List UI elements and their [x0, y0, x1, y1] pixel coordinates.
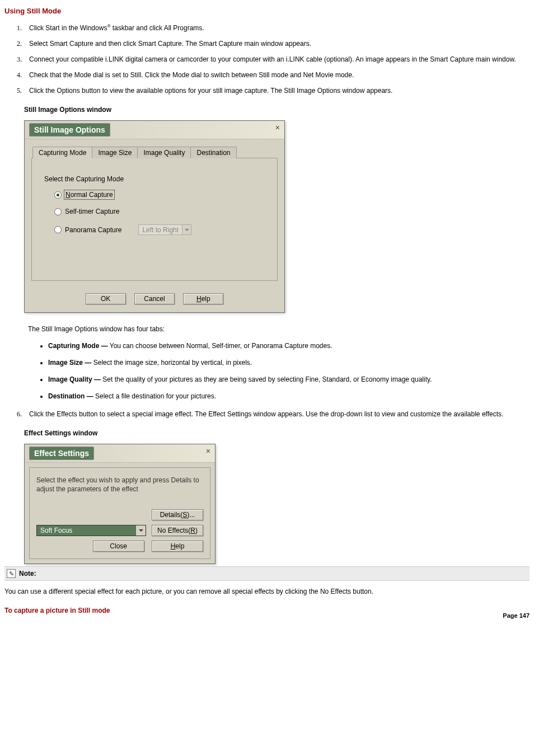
footer-heading: To capture a picture in Still mode	[4, 607, 110, 614]
tab-capturing-mode[interactable]: Capturing Mode	[32, 147, 92, 158]
dropdown-value: Left to Right	[139, 226, 182, 234]
radio-selftimer-capture[interactable]: Self-timer Capture	[54, 208, 265, 215]
page-number: Page 147	[503, 612, 530, 619]
radio-icon	[54, 191, 62, 199]
step-6: Click the Effects button to select a spe…	[17, 409, 530, 419]
note-body: You can use a different special effect f…	[4, 586, 530, 597]
step-list: Click Start in the Windows® taskbar and …	[17, 23, 530, 96]
dialog2-body: Select the effect you wish to apply and …	[29, 467, 210, 559]
help-button[interactable]: Help	[183, 293, 223, 304]
step-2: Select Smart Capture and then click Smar…	[17, 39, 530, 49]
tabs-intro: The Still Image Options window has four …	[28, 325, 530, 333]
effect-settings-dialog: Effect Settings × Select the effect you …	[24, 444, 216, 564]
dialog1-title: Still Image Options	[29, 123, 110, 137]
radio-normal-label: Normal Capture	[65, 191, 114, 199]
desc-capturing-mode: Capturing Mode — You can choose between …	[48, 341, 513, 351]
desc-text: You can choose between Normal, Self-time…	[108, 342, 332, 350]
radio-icon	[54, 226, 62, 233]
dialog2-button-row: Close Help	[36, 541, 203, 552]
desc-bold: Image Size —	[48, 359, 91, 367]
desc-bold: Capturing Mode —	[48, 342, 108, 350]
effect-row-select: Soft Focus No Effects(R)	[36, 525, 203, 536]
effect-dropdown[interactable]: Soft Focus	[36, 525, 146, 536]
dialog2-title: Effect Settings	[29, 447, 94, 460]
no-effects-button[interactable]: No Effects(R)	[152, 525, 203, 536]
btn-pre: No Effects(	[157, 527, 190, 534]
page-heading: Using Still Mode	[4, 7, 530, 15]
btn-pre: Details(	[160, 511, 183, 519]
dialog1-button-row: OK Cancel Help	[25, 288, 284, 312]
btn-accel: R	[190, 527, 195, 534]
dialog2-titlebar: Effect Settings ×	[25, 444, 215, 463]
desc-text: Set the quality of your pictures as they…	[101, 375, 432, 383]
chevron-down-icon[interactable]	[135, 525, 146, 536]
btn-post: )	[195, 527, 198, 534]
desc-text: Select a file destination for your pictu…	[93, 392, 216, 400]
desc-bold: Destination —	[48, 392, 93, 400]
tabs-desc-list: Capturing Mode — You can choose between …	[48, 341, 513, 401]
figure-caption-2: Effect Settings window	[24, 429, 530, 437]
tab-destination[interactable]: Destination	[190, 147, 236, 158]
still-image-options-dialog: Still Image Options × Capturing ModeImag…	[24, 120, 285, 313]
radio-normal-capture[interactable]: Normal Capture	[54, 191, 265, 199]
desc-image-size: Image Size — Select the image size, hori…	[48, 358, 513, 368]
desc-bold: Image Quality —	[48, 375, 101, 383]
tab-image-size[interactable]: Image Size	[92, 147, 138, 158]
help-accel: H	[196, 295, 202, 303]
close-icon[interactable]: ×	[275, 123, 280, 132]
effect-desc: Select the effect you wish to apply and …	[36, 476, 203, 494]
chevron-down-icon	[182, 225, 191, 234]
ok-button[interactable]: OK	[86, 293, 126, 304]
step-1-pre: Click Start in the Windows	[29, 24, 107, 32]
dialog1-tabs: Capturing ModeImage SizeImage QualityDes…	[32, 146, 278, 158]
radio-panorama-label: Panorama Capture	[65, 226, 121, 234]
step-3: Connect your compatible i.LINK digital c…	[17, 54, 530, 64]
help-rest: elp	[202, 295, 210, 303]
figure-caption-1: Still Image Options window	[24, 106, 530, 114]
step-1-post: taskbar and click All Programs.	[110, 24, 204, 32]
radio-panorama-capture[interactable]: Panorama Capture Left to Right	[54, 224, 265, 235]
desc-text: Select the image size, horizontal by ver…	[91, 359, 252, 367]
footer-row: To capture a picture in Still mode Page …	[4, 607, 530, 614]
step-1: Click Start in the Windows® taskbar and …	[17, 23, 530, 33]
close-button[interactable]: Close	[93, 541, 144, 552]
desc-image-quality: Image Quality — Set the quality of your …	[48, 374, 513, 384]
step-4: Check that the Mode dial is set to Still…	[17, 70, 530, 80]
select-mode-label: Select the Capturing Mode	[44, 175, 265, 183]
help-button[interactable]: Help	[152, 541, 203, 552]
dialog1-titlebar: Still Image Options ×	[25, 121, 284, 139]
radio-selftimer-label: Self-timer Capture	[65, 208, 119, 215]
close-icon[interactable]: ×	[206, 447, 210, 456]
panorama-direction-dropdown: Left to Right	[138, 224, 191, 235]
radio-icon	[54, 208, 62, 215]
desc-destination: Destination — Select a file destination …	[48, 391, 513, 401]
note-bar: ✎ Note:	[4, 566, 530, 581]
cancel-button[interactable]: Cancel	[134, 293, 175, 304]
effect-row-details: Details(S)...	[36, 509, 203, 520]
effect-dropdown-value: Soft Focus	[37, 525, 135, 536]
help-rest: elp	[175, 542, 184, 550]
step-list-2: Click the Effects button to select a spe…	[17, 409, 530, 419]
btn-post: )...	[187, 511, 195, 519]
details-button[interactable]: Details(S)...	[152, 509, 203, 520]
note-label: Note:	[19, 570, 36, 577]
dialog1-tab-body: Select the Capturing Mode Normal Capture…	[31, 158, 278, 281]
pencil-note-icon: ✎	[7, 569, 16, 578]
tab-image-quality[interactable]: Image Quality	[137, 147, 191, 158]
step-5: Click the Options button to view the ava…	[17, 86, 530, 96]
